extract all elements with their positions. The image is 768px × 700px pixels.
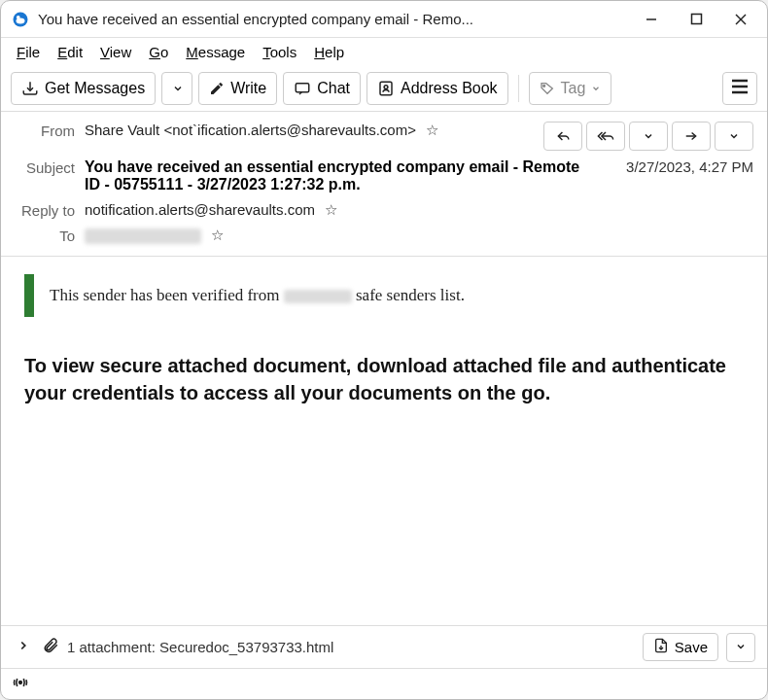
header-reply-to-row: Reply to notification.alerts@sharevaults… xyxy=(15,201,753,219)
verify-stripe xyxy=(24,274,34,317)
pencil-icon xyxy=(209,81,225,96)
paperclip-icon xyxy=(42,637,59,657)
message-body: This sender has been verified from safe … xyxy=(1,257,767,625)
from-label: From xyxy=(15,122,85,139)
write-button[interactable]: Write xyxy=(198,72,277,105)
verify-banner: This sender has been verified from safe … xyxy=(24,274,744,317)
save-file-icon xyxy=(653,638,669,656)
get-messages-label: Get Messages xyxy=(45,80,145,97)
redacted-recipient xyxy=(85,228,201,244)
reply-to-value: notification.alerts@sharevaults.com ☆ xyxy=(85,201,337,219)
header-actions xyxy=(543,122,753,151)
message-date: 3/27/2023, 4:27 PM xyxy=(616,158,753,175)
message-headers: From Share Vault <not`ification.alerts@s… xyxy=(1,112,767,257)
chevron-down-icon xyxy=(735,640,747,655)
svg-rect-4 xyxy=(691,15,701,24)
forward-button[interactable] xyxy=(672,122,711,151)
chevron-down-icon xyxy=(172,83,184,94)
svg-point-15 xyxy=(19,682,22,684)
activity-icon[interactable] xyxy=(11,675,30,693)
write-label: Write xyxy=(230,80,266,97)
menu-tools[interactable]: Tools xyxy=(255,42,304,62)
window-title: You have received an essential encrypted… xyxy=(38,11,629,27)
menu-go[interactable]: Go xyxy=(141,42,176,62)
app-window: You have received an essential encrypted… xyxy=(0,0,768,700)
menubar: File Edit View Go Message Tools Help xyxy=(1,38,767,65)
verify-text: This sender has been verified from safe … xyxy=(50,286,465,305)
address-book-icon xyxy=(377,80,395,97)
address-book-label: Address Book xyxy=(401,80,498,97)
toolbar-divider xyxy=(518,75,519,102)
maximize-button[interactable] xyxy=(674,1,718,38)
tag-button[interactable]: Tag xyxy=(529,72,612,105)
svg-point-10 xyxy=(542,85,544,87)
star-icon[interactable]: ☆ xyxy=(325,201,337,218)
download-icon xyxy=(21,80,39,97)
save-dropdown-button[interactable] xyxy=(726,633,755,662)
hamburger-icon xyxy=(731,79,749,97)
to-label: To xyxy=(15,227,85,244)
chevron-right-icon xyxy=(17,640,30,655)
get-messages-button[interactable]: Get Messages xyxy=(11,72,156,105)
tag-label: Tag xyxy=(561,80,586,97)
reply-all-button[interactable] xyxy=(586,122,625,151)
star-icon[interactable]: ☆ xyxy=(426,122,438,138)
to-value: ☆ xyxy=(85,227,224,244)
window-controls xyxy=(629,1,763,38)
attachment-label: 1 attachment: Securedoc_53793733.html xyxy=(67,639,333,655)
statusbar xyxy=(1,668,767,699)
minimize-button[interactable] xyxy=(629,1,674,38)
from-value: Share Vault <not`ification.alerts@sharev… xyxy=(85,122,438,139)
header-to-row: To ☆ xyxy=(15,227,753,244)
more-actions-dropdown[interactable] xyxy=(715,122,753,151)
menu-help[interactable]: Help xyxy=(306,42,352,62)
attachment-expand-button[interactable] xyxy=(13,635,34,659)
reply-to-label: Reply to xyxy=(15,201,85,219)
subject-label: Subject xyxy=(15,158,85,176)
star-icon[interactable]: ☆ xyxy=(211,227,224,243)
chat-icon xyxy=(294,80,311,97)
app-menu-button[interactable] xyxy=(722,72,757,105)
redacted-domain xyxy=(284,290,352,303)
svg-point-1 xyxy=(17,18,25,23)
close-button[interactable] xyxy=(718,1,763,38)
header-from-row: From Share Vault <not`ification.alerts@s… xyxy=(15,122,753,151)
svg-rect-7 xyxy=(296,83,309,91)
svg-point-2 xyxy=(17,15,20,18)
menu-view[interactable]: View xyxy=(92,42,139,62)
message-main-text: To view secure attached document, downlo… xyxy=(24,352,744,406)
menu-edit[interactable]: Edit xyxy=(50,42,90,62)
chat-label: Chat xyxy=(317,80,350,97)
chat-button[interactable]: Chat xyxy=(283,72,361,105)
reply-all-dropdown[interactable] xyxy=(629,122,668,151)
address-book-button[interactable]: Address Book xyxy=(367,72,508,105)
titlebar: You have received an essential encrypted… xyxy=(1,1,767,38)
save-label: Save xyxy=(675,639,708,655)
reply-button[interactable] xyxy=(543,122,582,151)
header-subject-row: Subject You have received an essential e… xyxy=(15,158,753,193)
tag-icon xyxy=(540,81,555,96)
menu-file[interactable]: File xyxy=(9,42,48,62)
toolbar: Get Messages Write Chat Address Book Tag xyxy=(1,65,767,112)
chevron-down-icon xyxy=(591,84,601,93)
app-icon xyxy=(11,10,30,29)
menu-message[interactable]: Message xyxy=(178,42,253,62)
get-messages-dropdown[interactable] xyxy=(161,72,192,105)
svg-point-9 xyxy=(384,85,388,88)
save-attachment-button[interactable]: Save xyxy=(643,633,718,661)
attachment-bar: 1 attachment: Securedoc_53793733.html Sa… xyxy=(1,625,767,668)
subject-value: You have received an essential encrypted… xyxy=(85,158,590,193)
